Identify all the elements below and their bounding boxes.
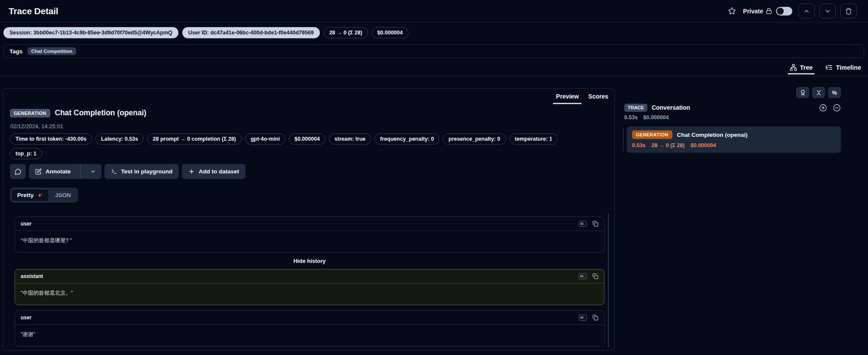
sparkles-icon	[37, 192, 43, 198]
observation-detail-card: Preview Scores GENERATION Chat Completio…	[3, 88, 615, 351]
collapse-all-button[interactable]	[812, 87, 825, 98]
privacy-label: Private	[743, 8, 763, 15]
message-header: user M↓	[15, 311, 604, 325]
format-pretty-segment[interactable]: Pretty	[11, 189, 49, 201]
generation-node-row[interactable]: GENERATION Chat Completion (openai) 0.53…	[627, 127, 841, 153]
previous-trace-button[interactable]	[798, 3, 815, 19]
add-to-dataset-button[interactable]: Add to dataset	[182, 164, 245, 179]
node-header: GENERATION Chat Completion (openai)	[632, 130, 836, 139]
tab-scores[interactable]: Scores	[585, 91, 612, 104]
bookmark-button[interactable]	[725, 5, 738, 18]
metric-stream: stream: true	[329, 133, 371, 145]
message-tools: M↓	[579, 315, 598, 321]
message-tools: M↓	[579, 273, 598, 279]
annotate-split-button: Annotate	[29, 164, 101, 179]
action-bar: Annotate Test in playground Add to datas…	[10, 164, 245, 179]
caret-down-icon	[90, 169, 96, 174]
format-toggle: Pretty JSON	[10, 188, 78, 203]
metric-presence-penalty: presence_penalty: 0	[443, 133, 506, 145]
delete-trace-button[interactable]	[840, 3, 857, 19]
metrics-toggle-button[interactable]: %	[828, 87, 841, 98]
privacy-toggle[interactable]	[776, 7, 792, 15]
trace-root-row[interactable]: TRACE Conversation	[624, 103, 841, 112]
hide-history-link[interactable]: Hide history	[15, 253, 604, 269]
metric-top-p: top_p: 1	[10, 148, 42, 159]
trace-latency: 0.53s	[624, 114, 638, 120]
markdown-toggle-icon[interactable]: M↓	[579, 221, 587, 227]
copy-button[interactable]	[592, 273, 598, 279]
next-trace-button[interactable]	[819, 3, 836, 19]
metric-model: gpt-4o-mini	[245, 133, 285, 145]
trace-badge: TRACE	[624, 104, 647, 112]
trace-metrics: 0.53s $0.000004	[624, 114, 669, 120]
node-tokens: 28 → 0 (Σ 28)	[651, 142, 684, 148]
annotate-button[interactable]: Annotate	[29, 164, 77, 179]
session-badge[interactable]: Session: 3bb00ec7-1b13-4c9b-85ee-3d9d70f…	[3, 27, 178, 38]
node-cost: $0.000004	[690, 142, 716, 148]
annotate-dropdown-button[interactable]	[85, 164, 101, 179]
message-tools: M↓	[579, 221, 598, 227]
metrics-row: Time to first token: -430.00s Latency: 0…	[10, 133, 558, 145]
node-metrics: 0.53s 28 → 0 (Σ 28) $0.000004	[632, 142, 836, 148]
page-title: Trace Detail	[9, 6, 58, 16]
annotate-pen-icon	[35, 168, 42, 175]
message-list: user M↓ "中国的首都是哪里? " Hide history assist…	[15, 216, 604, 346]
tab-timeline[interactable]: Timeline	[825, 64, 862, 71]
lock-icon	[766, 8, 772, 14]
add-to-dataset-label: Add to dataset	[199, 168, 239, 175]
chevron-down-icon	[824, 8, 831, 15]
cost-badge: $0.000004	[372, 27, 408, 38]
markdown-toggle-icon[interactable]: M↓	[579, 273, 587, 279]
trash-icon	[845, 8, 852, 15]
copy-button[interactable]	[592, 315, 598, 321]
collapse-node-button[interactable]	[832, 103, 841, 112]
award-icon	[800, 90, 806, 96]
metric-cost: $0.000004	[289, 133, 325, 145]
format-json-segment[interactable]: JSON	[49, 189, 77, 201]
button-divider	[80, 164, 81, 179]
message-role: user	[21, 221, 31, 227]
tag-chip[interactable]: Chat Competition	[28, 47, 77, 55]
node-latency: 0.53s	[632, 142, 645, 148]
tree-node-wrap: GENERATION Chat Completion (openai) 0.53…	[621, 127, 841, 153]
header-controls: Private	[725, 3, 857, 19]
detail-tabs: Preview Scores	[552, 91, 612, 104]
tree-panel-actions: %	[796, 87, 841, 98]
tab-preview[interactable]: Preview	[552, 91, 582, 104]
markdown-toggle-icon[interactable]: M↓	[579, 315, 587, 321]
comment-icon	[15, 168, 21, 175]
expand-all-button[interactable]	[819, 103, 827, 112]
trace-cost: $0.000004	[643, 114, 669, 120]
observation-title: Chat Completion (openai)	[55, 108, 147, 117]
tags-row[interactable]: Tags Chat Competition	[3, 44, 864, 58]
view-tabs: Tree Timeline	[0, 62, 868, 76]
message-content: "谢谢"	[15, 325, 604, 346]
chevron-up-icon	[803, 8, 810, 15]
metric-latency: Latency: 0.53s	[95, 133, 144, 145]
percent-icon: %	[832, 90, 837, 96]
tags-label: Tags	[9, 48, 23, 55]
message-role: user	[21, 315, 31, 321]
observation-type-badge: GENERATION	[10, 109, 50, 117]
vertical-scrollbar[interactable]	[608, 213, 609, 348]
scores-toggle-button[interactable]	[796, 87, 809, 98]
playground-button[interactable]: Test in playground	[104, 164, 179, 179]
json-label: JSON	[55, 192, 71, 198]
toggle-knob	[777, 8, 784, 15]
copy-icon	[592, 315, 598, 321]
page-header: Trace Detail Private	[0, 0, 868, 22]
user-id-badge[interactable]: User ID: dc47a41e-06bc-400d-bde1-f0e440d…	[182, 27, 320, 38]
node-title: Chat Completion (openai)	[677, 132, 748, 138]
copy-button[interactable]	[592, 221, 598, 227]
tab-tree[interactable]: Tree	[789, 64, 814, 71]
observation-header: GENERATION Chat Completion (openai)	[10, 108, 146, 117]
message-role: assistant	[21, 273, 43, 279]
plus-icon	[188, 168, 195, 175]
message-header: assistant M↓	[15, 269, 604, 284]
metric-token-breakdown: 28 prompt → 0 completion (Σ 28)	[147, 133, 242, 145]
metric-time-to-first-token: Time to first token: -430.00s	[10, 133, 92, 145]
star-icon	[728, 7, 736, 15]
tree-guide-line	[623, 127, 623, 151]
metrics-row-2: top_p: 1	[10, 148, 42, 159]
comments-button[interactable]	[10, 164, 26, 179]
